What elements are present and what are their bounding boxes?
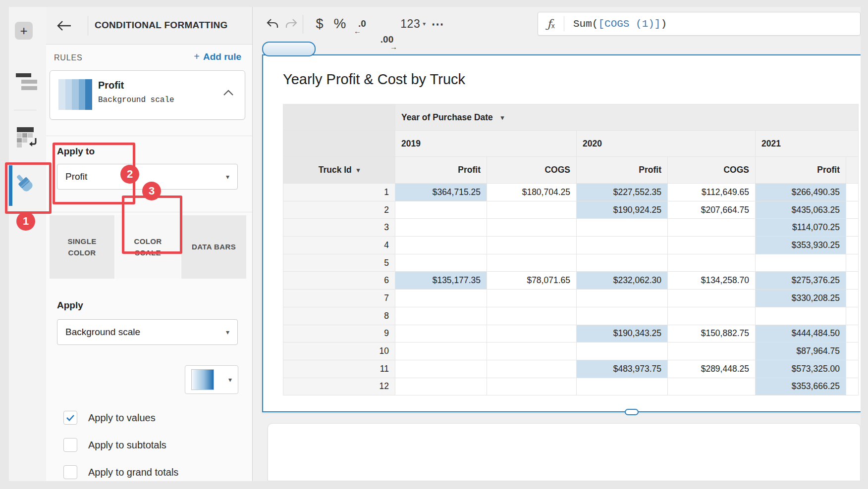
year-header-2021[interactable]: 2021 bbox=[756, 131, 859, 157]
empty-cell[interactable] bbox=[395, 219, 487, 237]
apply-style-dropdown[interactable]: Background scale ▾ bbox=[57, 319, 238, 345]
year-header-2020[interactable]: 2020 bbox=[577, 131, 756, 157]
empty-cell[interactable] bbox=[395, 254, 487, 272]
row-header-truck-id[interactable]: Truck Id▾ bbox=[283, 157, 395, 184]
row-id-cell[interactable]: 5 bbox=[283, 254, 395, 272]
format-lines-icon[interactable] bbox=[16, 73, 38, 93]
row-id-cell[interactable]: 2 bbox=[283, 201, 395, 219]
pivot-table-icon[interactable] bbox=[16, 125, 40, 150]
empty-cell[interactable] bbox=[487, 219, 577, 237]
measure-header[interactable]: Profit bbox=[395, 157, 487, 184]
row-id-cell[interactable]: 1 bbox=[283, 184, 395, 201]
empty-cell[interactable] bbox=[395, 378, 487, 395]
add-rule-button[interactable]: +Add rule bbox=[194, 51, 241, 62]
empty-cell[interactable] bbox=[487, 378, 577, 395]
empty-cell[interactable] bbox=[577, 342, 668, 360]
empty-cell[interactable] bbox=[395, 201, 487, 219]
empty-cell[interactable] bbox=[487, 290, 577, 307]
value-cell[interactable]: $114,070.25 bbox=[756, 219, 846, 237]
empty-cell[interactable] bbox=[487, 201, 577, 219]
empty-cell[interactable] bbox=[577, 237, 668, 254]
empty-cell[interactable] bbox=[668, 378, 756, 395]
empty-cell[interactable] bbox=[577, 307, 668, 325]
empty-cell[interactable] bbox=[577, 378, 668, 395]
apply-to-grand-totals-checkbox[interactable] bbox=[63, 465, 77, 479]
increase-decimals-button[interactable]: .00→ bbox=[376, 32, 398, 48]
value-cell[interactable]: $483,973.75 bbox=[577, 360, 668, 378]
empty-cell[interactable] bbox=[395, 237, 487, 254]
row-id-cell[interactable]: 3 bbox=[283, 219, 395, 237]
measure-header[interactable]: COGS bbox=[487, 157, 577, 184]
chevron-down-icon[interactable]: ▾ bbox=[501, 114, 504, 121]
chevron-up-icon[interactable] bbox=[223, 89, 234, 98]
apply-to-subtotals-checkbox[interactable] bbox=[63, 438, 77, 452]
empty-cell[interactable] bbox=[487, 307, 577, 325]
tab-data-bars[interactable]: DATA BARS bbox=[181, 215, 246, 279]
value-cell[interactable]: $289,448.25 bbox=[668, 360, 756, 378]
formula-input[interactable]: Sum([COGS (1)]) bbox=[573, 18, 667, 30]
empty-cell[interactable] bbox=[756, 307, 846, 325]
empty-cell[interactable] bbox=[487, 237, 577, 254]
undo-button[interactable] bbox=[265, 16, 280, 32]
empty-cell[interactable] bbox=[668, 342, 756, 360]
empty-cell[interactable] bbox=[668, 219, 756, 237]
row-id-cell[interactable]: 9 bbox=[283, 325, 395, 342]
value-cell[interactable]: $266,490.35 bbox=[756, 184, 846, 201]
empty-cell[interactable] bbox=[395, 290, 487, 307]
value-cell[interactable]: $78,071.65 bbox=[487, 272, 577, 290]
row-id-cell[interactable]: 10 bbox=[283, 342, 395, 360]
element-resize-handle[interactable] bbox=[625, 409, 639, 415]
gradient-picker-dropdown[interactable]: ▾ bbox=[185, 365, 238, 394]
measure-header[interactable]: COGS bbox=[668, 157, 756, 184]
more-options-button[interactable]: ⋯ bbox=[429, 16, 447, 32]
rule-card[interactable]: Profit Background scale bbox=[50, 70, 245, 120]
value-cell[interactable]: $190,343.25 bbox=[577, 325, 668, 342]
back-button[interactable] bbox=[53, 17, 75, 35]
row-id-cell[interactable]: 4 bbox=[283, 237, 395, 254]
empty-cell[interactable] bbox=[487, 325, 577, 342]
tab-single-color[interactable]: SINGLE COLOR bbox=[50, 215, 114, 279]
column-group-header[interactable]: Year of Purchase Date▾ bbox=[395, 104, 859, 131]
value-cell[interactable]: $353,666.25 bbox=[756, 378, 846, 395]
fx-icon[interactable]: ƒx bbox=[538, 12, 564, 35]
empty-cell[interactable] bbox=[487, 342, 577, 360]
empty-cell[interactable] bbox=[668, 307, 756, 325]
add-element-button[interactable]: + bbox=[15, 22, 33, 40]
value-cell[interactable]: $435,063.25 bbox=[756, 201, 846, 219]
row-id-cell[interactable]: 6 bbox=[283, 272, 395, 290]
selected-pivot-element[interactable]: Yearly Profit & Cost by Truck Year of Pu… bbox=[262, 54, 861, 412]
value-cell[interactable]: $135,177.35 bbox=[395, 272, 487, 290]
next-element-card[interactable] bbox=[268, 423, 861, 481]
redo-button[interactable] bbox=[283, 16, 299, 32]
value-cell[interactable]: $190,924.25 bbox=[577, 201, 668, 219]
measure-header[interactable]: Profit bbox=[577, 157, 668, 184]
currency-format-button[interactable]: $ bbox=[311, 16, 328, 32]
empty-cell[interactable] bbox=[668, 237, 756, 254]
decrease-decimals-button[interactable]: .0← bbox=[352, 16, 373, 32]
year-header-2019[interactable]: 2019 bbox=[395, 131, 577, 157]
value-cell[interactable]: $275,376.25 bbox=[756, 272, 846, 290]
empty-cell[interactable] bbox=[577, 219, 668, 237]
empty-cell[interactable] bbox=[487, 360, 577, 378]
value-cell[interactable]: $364,715.25 bbox=[395, 184, 487, 201]
value-cell[interactable]: $330,208.25 bbox=[756, 290, 846, 307]
empty-cell[interactable] bbox=[395, 307, 487, 325]
empty-cell[interactable] bbox=[577, 254, 668, 272]
value-cell[interactable]: $134,258.70 bbox=[668, 272, 756, 290]
measure-header[interactable]: Profit bbox=[756, 157, 846, 184]
value-cell[interactable]: $573,325.00 bbox=[756, 360, 846, 378]
empty-cell[interactable] bbox=[756, 254, 846, 272]
value-cell[interactable]: $180,704.25 bbox=[487, 184, 577, 201]
percent-format-button[interactable]: % bbox=[330, 16, 350, 32]
value-cell[interactable]: $444,484.50 bbox=[756, 325, 846, 342]
element-drag-handle[interactable] bbox=[262, 42, 316, 56]
number-format-dropdown[interactable]: 123▾ bbox=[401, 16, 425, 32]
value-cell[interactable]: $353,930.25 bbox=[756, 237, 846, 254]
value-cell[interactable]: $232,062.30 bbox=[577, 272, 668, 290]
empty-cell[interactable] bbox=[668, 254, 756, 272]
row-id-cell[interactable]: 7 bbox=[283, 290, 395, 307]
value-cell[interactable]: $87,964.75 bbox=[756, 342, 846, 360]
empty-cell[interactable] bbox=[395, 342, 487, 360]
chevron-down-icon[interactable]: ▾ bbox=[357, 166, 360, 174]
apply-to-values-checkbox[interactable] bbox=[63, 411, 77, 425]
